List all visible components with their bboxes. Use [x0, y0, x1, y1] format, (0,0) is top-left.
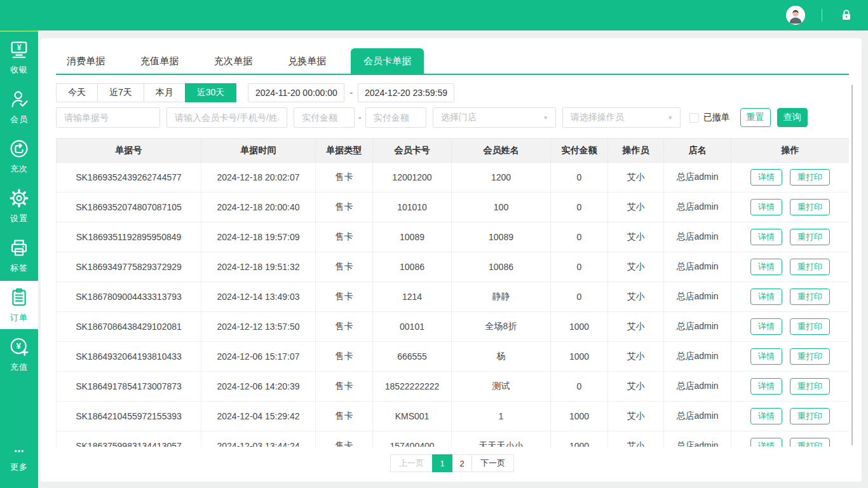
order-no-input[interactable] — [56, 107, 160, 128]
cell-store: 总店admin — [664, 193, 731, 222]
tab-recharge-orders[interactable]: 充值单据 — [130, 48, 189, 74]
cell-store: 总店admin — [664, 372, 731, 402]
lock-icon[interactable] — [839, 8, 854, 23]
cell-card-no: 101010 — [373, 193, 452, 222]
member-person-icon — [9, 89, 29, 112]
detail-button[interactable]: 详情 — [750, 408, 782, 424]
sidebar-item-member[interactable]: 会员 — [0, 83, 38, 131]
sidebar-item-orders[interactable]: 订单 — [0, 281, 38, 329]
cell-card-no: 157400400 — [373, 431, 452, 447]
reprint-button[interactable]: 重打印 — [790, 318, 830, 335]
cell-amount: 0 — [551, 282, 608, 312]
detail-button[interactable]: 详情 — [750, 199, 782, 215]
cell-type: 售卡 — [316, 312, 373, 342]
store-select[interactable]: 选择门店 ▼ — [433, 107, 556, 128]
reprint-button[interactable]: 重打印 — [790, 259, 830, 275]
detail-button[interactable]: 详情 — [750, 378, 782, 395]
detail-button[interactable]: 详情 — [750, 288, 782, 305]
reprint-button[interactable]: 重打印 — [790, 169, 830, 186]
range-month-button[interactable]: 本月 — [144, 83, 186, 102]
cell-operator: 艾小 — [608, 163, 664, 193]
next-page-button[interactable]: 下一页 — [471, 454, 514, 472]
reprint-button[interactable]: 重打印 — [790, 348, 830, 365]
cell-time: 2024-12-06 15:17:07 — [201, 342, 316, 372]
detail-button[interactable]: 详情 — [750, 259, 782, 275]
sidebar-item-more[interactable]: 更多 — [0, 435, 38, 483]
sidebar-item-label-print[interactable]: 标签 — [0, 231, 38, 280]
table-row: SK1869351192895950849 2024-12-18 19:57:0… — [57, 222, 850, 252]
sidebar-item-label: 更多 — [10, 461, 28, 473]
cancelled-checkbox[interactable] — [689, 113, 699, 123]
reprint-button[interactable]: 重打印 — [790, 199, 830, 215]
printer-icon — [9, 238, 29, 261]
cell-order-no: SK1864210455972155393 — [57, 402, 201, 431]
app-screen: ¥ 收银 会员 — [0, 0, 868, 488]
main-area: 消费单据 充值单据 充次单据 兑换单据 会员卡单据 今天 近7天 本月 近30天… — [38, 30, 868, 488]
date-to-input[interactable] — [358, 83, 454, 102]
cell-card-no: 10089 — [373, 222, 452, 252]
cell-store: 总店admin — [664, 252, 731, 282]
page-2-button[interactable]: 2 — [452, 454, 472, 472]
yuan-plus-icon: ¥ — [9, 337, 29, 360]
query-button[interactable]: 查询 — [777, 108, 808, 127]
reprint-button[interactable]: 重打印 — [790, 378, 830, 395]
cell-amount: 0 — [551, 193, 608, 222]
orders-table-container: 单据号 单据时间 单据类型 会员卡号 会员姓名 实付金额 操作员 店名 操作 S… — [56, 138, 849, 447]
tab-exchange-orders[interactable]: 兑换单据 — [277, 48, 337, 74]
range-today-button[interactable]: 今天 — [56, 83, 98, 102]
table-row: SK1869352439262744577 2024-12-18 20:02:0… — [57, 163, 850, 193]
reprint-button[interactable]: 重打印 — [790, 229, 830, 245]
sidebar-item-recharge-times[interactable]: 充次 — [0, 132, 38, 180]
sidebar-item-settings[interactable]: 设置 — [0, 182, 38, 230]
cell-operator: 艾小 — [608, 252, 664, 282]
range-30days-button[interactable]: 近30天 — [185, 83, 237, 102]
cell-type: 售卡 — [316, 402, 373, 431]
reprint-button[interactable]: 重打印 — [790, 288, 830, 305]
cell-operator: 艾小 — [608, 193, 664, 222]
detail-button[interactable]: 详情 — [750, 438, 782, 447]
prev-page-button[interactable]: 上一页 — [390, 454, 433, 472]
cell-operator: 艾小 — [608, 222, 664, 252]
detail-button[interactable]: 详情 — [750, 318, 782, 335]
cell-type: 售卡 — [316, 252, 373, 282]
cell-time: 2024-12-04 15:29:42 — [201, 402, 316, 431]
tab-member-card-orders[interactable]: 会员卡单据 — [351, 48, 424, 74]
cell-amount: 0 — [551, 252, 608, 282]
pagination: 上一页 1 2 下一页 — [56, 454, 849, 472]
cell-type: 售卡 — [316, 222, 373, 252]
cell-type: 售卡 — [316, 163, 373, 193]
detail-button[interactable]: 详情 — [750, 229, 782, 245]
cell-actions: 详情 重打印 — [731, 163, 850, 193]
range-7days-button[interactable]: 近7天 — [97, 83, 144, 102]
reset-button[interactable]: 重置 — [740, 108, 771, 127]
vertical-scrollbar[interactable] — [851, 85, 853, 445]
cell-actions: 详情 重打印 — [731, 431, 850, 447]
cell-amount: 1000 — [551, 402, 608, 431]
detail-button[interactable]: 详情 — [750, 348, 782, 365]
table-row: SK1864917854173007873 2024-12-06 14:20:3… — [57, 372, 850, 402]
tab-times-orders[interactable]: 充次单据 — [203, 48, 263, 74]
member-search-input[interactable] — [166, 107, 287, 128]
quick-range-group: 今天 近7天 本月 近30天 — [56, 83, 236, 102]
tab-consume-orders[interactable]: 消费单据 — [56, 48, 116, 74]
sidebar-item-recharge[interactable]: ¥ 充值 — [0, 330, 38, 379]
cell-actions: 详情 重打印 — [731, 282, 850, 312]
sidebar-item-cashier[interactable]: ¥ 收银 — [0, 33, 38, 81]
detail-button[interactable]: 详情 — [750, 169, 782, 186]
col-actions: 操作 — [731, 139, 850, 163]
date-from-input[interactable] — [248, 83, 344, 102]
amount-min-input[interactable] — [294, 107, 355, 128]
page-1-button[interactable]: 1 — [432, 454, 452, 472]
cell-card-no: 10086 — [373, 252, 452, 282]
user-avatar[interactable] — [786, 6, 805, 25]
reprint-button[interactable]: 重打印 — [790, 438, 830, 447]
reprint-button[interactable]: 重打印 — [790, 408, 830, 424]
operator-select[interactable]: 请选择操作员 ▼ — [562, 107, 681, 128]
cell-member-name: 静静 — [452, 282, 551, 312]
more-dots-icon — [10, 445, 29, 459]
cancelled-filter[interactable]: 已撤单 — [689, 112, 730, 123]
cell-actions: 详情 重打印 — [731, 312, 850, 342]
amount-max-input[interactable] — [365, 107, 426, 128]
table-row: SK1869352074807087105 2024-12-18 20:00:4… — [57, 193, 850, 222]
table-body: SK1869352439262744577 2024-12-18 20:02:0… — [57, 163, 850, 447]
